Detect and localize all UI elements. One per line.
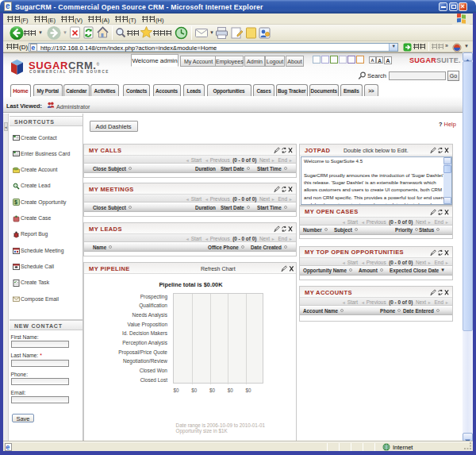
svg-text:$: $ <box>14 199 17 206</box>
svg-text:e: e <box>6 443 10 451</box>
svg-text:e: e <box>31 44 35 52</box>
